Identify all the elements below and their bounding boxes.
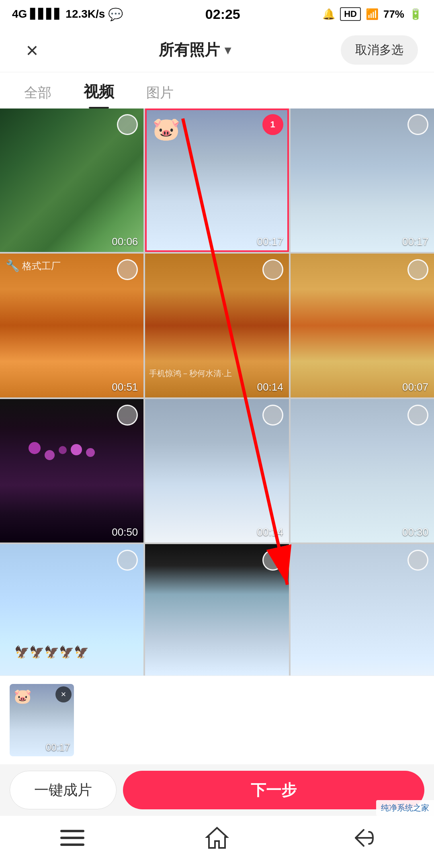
select-circle-5[interactable] <box>262 259 283 280</box>
grid-item-3[interactable]: 00:17 <box>291 108 434 252</box>
signal-text: 4G <box>12 8 27 20</box>
album-title: 所有照片 <box>159 40 220 60</box>
status-bar: 4G ▋▋▋▋ 12.3K/s 💬 02:25 🔔 HD 📶 77% 🔋 <box>0 0 434 28</box>
video-duration-2: 00:17 <box>257 235 283 248</box>
video-duration-1: 00:06 <box>112 235 138 248</box>
select-circle-9[interactable] <box>407 405 428 426</box>
select-circle-8[interactable] <box>262 405 283 426</box>
grid-item-7[interactable]: 00:50 <box>0 399 143 542</box>
cancel-multi-button[interactable]: 取消多选 <box>341 35 418 65</box>
grid-item-10[interactable]: 🦅🦅🦅🦅🦅 <box>0 544 143 688</box>
video-duration-3: 00:17 <box>402 235 428 248</box>
select-circle-3[interactable] <box>407 114 428 135</box>
preview-thumbnail[interactable]: 🐷 × 00:17 <box>10 684 74 756</box>
grid-item-6[interactable]: 00:07 <box>291 254 434 397</box>
wechat-icon: 💬 <box>108 7 123 21</box>
media-grid: 00:06 🐷 1 00:17 00:17 🔧 格式工厂 00:51 <box>0 108 434 715</box>
grid-item-2[interactable]: 🐷 1 00:17 <box>145 108 289 252</box>
grid-item-9[interactable]: 00:30 <box>291 399 434 542</box>
video-duration-4: 00:51 <box>112 381 138 393</box>
svg-rect-0 <box>60 830 84 832</box>
selected-preview-bar: 🐷 × 00:17 <box>0 676 434 764</box>
bottom-section: 🐷 × 00:17 一键成片 下一步 <box>0 676 434 816</box>
hd-badge: HD <box>340 7 361 21</box>
grid-container: 00:06 🐷 1 00:17 00:17 🔧 格式工厂 00:51 <box>0 108 434 688</box>
pig-emoji-2: 🐷 <box>152 116 180 142</box>
close-button[interactable]: × <box>16 38 48 62</box>
battery-text: 77% <box>383 8 404 20</box>
select-circle-6[interactable] <box>407 259 428 280</box>
grid-item-11[interactable] <box>145 544 289 688</box>
watermark-5: 手机惊鸿－秒何水清·上 <box>149 368 232 379</box>
tab-video[interactable]: 视频 <box>84 82 114 108</box>
svg-rect-2 <box>60 843 84 846</box>
video-duration-8: 00:14 <box>257 526 283 538</box>
action-bar: 一键成片 下一步 <box>0 764 434 816</box>
select-circle-7[interactable] <box>117 405 138 426</box>
svg-marker-3 <box>207 828 227 848</box>
chevron-down-icon: ▾ <box>225 43 231 57</box>
nav-menu-button[interactable] <box>56 822 88 854</box>
tab-bar: 全部 视频 图片 <box>0 72 434 108</box>
status-right: 🔔 HD 📶 77% 🔋 <box>322 7 422 21</box>
nav-bar <box>0 816 434 868</box>
grid-item-8[interactable]: 00:14 <box>145 399 289 542</box>
nav-home-button[interactable] <box>201 822 233 854</box>
status-left: 4G ▋▋▋▋ 12.3K/s 💬 <box>12 7 123 21</box>
select-circle-2[interactable]: 1 <box>262 114 283 135</box>
auto-create-button[interactable]: 一键成片 <box>10 771 117 809</box>
header: × 所有照片 ▾ 取消多选 <box>0 28 434 72</box>
preview-pig-emoji: 🐷 <box>14 688 32 705</box>
wifi-icon: 📶 <box>366 8 379 20</box>
battery-icon: 🔋 <box>409 8 422 20</box>
select-circle-11[interactable] <box>262 550 283 571</box>
tab-photo[interactable]: 图片 <box>146 84 174 108</box>
speed-text: 12.3K/s <box>66 8 105 20</box>
preview-duration: 00:17 <box>46 742 70 753</box>
grid-item-5[interactable]: 手机惊鸿－秒何水清·上 00:14 <box>145 254 289 397</box>
header-title[interactable]: 所有照片 ▾ <box>159 40 231 60</box>
video-duration-7: 00:50 <box>112 526 138 538</box>
watermark-4: 🔧 格式工厂 <box>6 259 61 272</box>
signal-bars: ▋▋▋▋ <box>30 8 62 20</box>
tab-all[interactable]: 全部 <box>24 84 51 108</box>
svg-rect-1 <box>60 837 84 839</box>
grid-item-4[interactable]: 🔧 格式工厂 00:51 <box>0 254 143 397</box>
grid-item-1[interactable]: 00:06 <box>0 108 143 252</box>
grid-item-12[interactable] <box>291 544 434 688</box>
bell-icon: 🔔 <box>322 8 335 20</box>
select-circle-1[interactable] <box>117 114 138 135</box>
time-display: 02:25 <box>205 6 240 22</box>
attribution-badge: 纯净系统之家 <box>376 800 434 816</box>
video-duration-9: 00:30 <box>402 526 428 538</box>
preview-close-button[interactable]: × <box>55 686 72 702</box>
video-duration-5: 00:14 <box>257 381 283 393</box>
select-circle-10[interactable] <box>117 550 138 571</box>
video-duration-6: 00:07 <box>402 381 428 393</box>
select-circle-12[interactable] <box>407 550 428 571</box>
nav-back-button[interactable] <box>346 822 378 854</box>
